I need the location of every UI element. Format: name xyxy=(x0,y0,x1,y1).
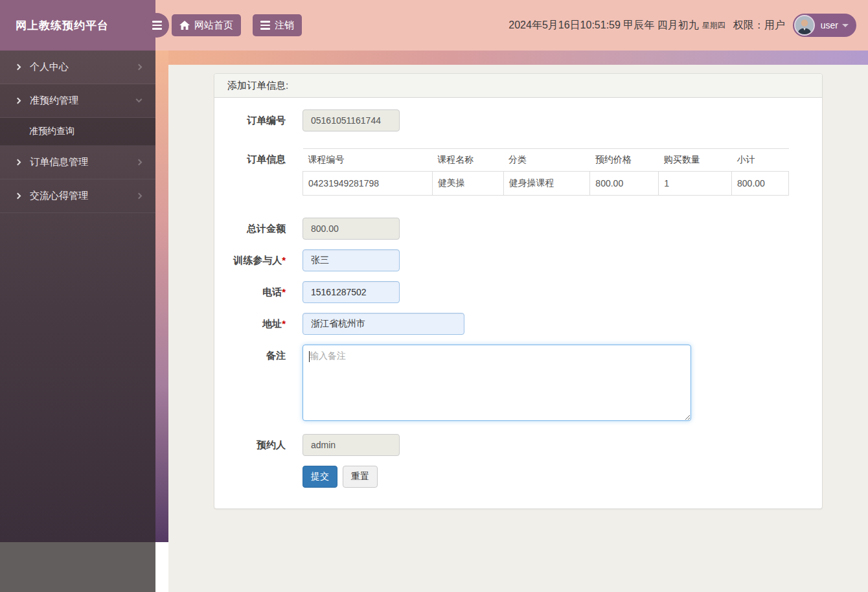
sidebar-item-personal-center[interactable]: 个人中心 xyxy=(0,51,155,84)
remark-label: 备注 xyxy=(214,345,286,424)
total-label: 总计金额 xyxy=(214,218,286,240)
sidebar-subitem-reservation-query[interactable]: 准预约查询 xyxy=(0,118,155,146)
sidebar-toggle-button[interactable] xyxy=(144,13,169,38)
role-value: 用户 xyxy=(764,19,785,30)
reset-button[interactable]: 重置 xyxy=(343,466,378,488)
order-no-field xyxy=(303,109,400,131)
table-row: 04231949281798 健美操 健身操课程 800.00 1 800.00 xyxy=(303,172,789,196)
add-order-panel: 添加订单信息: 订单编号 订单信息 xyxy=(214,73,823,509)
remark-textarea[interactable] xyxy=(303,345,691,421)
reserver-label: 预约人 xyxy=(214,434,286,456)
required-mark: * xyxy=(282,286,286,297)
col-price: 预约价格 xyxy=(590,149,659,172)
cell-category: 健身操课程 xyxy=(503,172,590,196)
cell-course-name: 健美操 xyxy=(432,172,503,196)
logout-button-label: 注销 xyxy=(275,19,294,32)
address-field[interactable] xyxy=(303,313,464,335)
sidebar-header: 网上教练预约平台 xyxy=(0,0,155,51)
submit-button[interactable]: 提交 xyxy=(303,466,337,488)
chevron-right-icon xyxy=(136,159,143,165)
chevron-right-icon xyxy=(136,63,143,70)
avatar xyxy=(794,15,815,36)
chevron-right-icon xyxy=(15,98,21,104)
topbar-info: 2024年5月16日10:51:59 甲辰年 四月初九 星期四 权限：用户 us… xyxy=(508,14,856,37)
cell-quantity: 1 xyxy=(659,172,732,196)
chevron-right-icon xyxy=(15,193,21,199)
sidebar: 个人中心 准预约管理 准预约查询 订单信息管理 交流心得管理 xyxy=(0,51,155,592)
order-info-label: 订单信息 xyxy=(214,148,286,196)
weekday-text: 星期四 xyxy=(702,20,725,31)
sidebar-item-label: 准预约管理 xyxy=(30,95,78,107)
app-title: 网上教练预约平台 xyxy=(16,18,109,33)
background-gradient-strip xyxy=(155,51,168,542)
participant-field[interactable] xyxy=(303,249,400,271)
user-menu[interactable]: user xyxy=(793,14,856,37)
hamburger-icon xyxy=(152,21,162,30)
text-cursor xyxy=(309,351,310,362)
sidebar-item-label: 交流心得管理 xyxy=(30,190,88,202)
chevron-down-icon xyxy=(842,24,849,27)
required-mark: * xyxy=(282,318,286,329)
home-button[interactable]: 网站首页 xyxy=(172,14,241,36)
role-text: 权限：用户 xyxy=(733,19,785,32)
sidebar-item-label: 个人中心 xyxy=(30,61,69,73)
col-category: 分类 xyxy=(503,149,590,172)
col-quantity: 购买数量 xyxy=(659,149,732,172)
chevron-right-icon xyxy=(136,192,143,199)
role-label: 权限： xyxy=(733,19,764,30)
chevron-right-icon xyxy=(15,159,21,166)
sidebar-subitem-label: 准预约查询 xyxy=(29,126,74,137)
sidebar-item-exchange-mgmt[interactable]: 交流心得管理 xyxy=(0,179,155,213)
cell-course-no: 04231949281798 xyxy=(303,172,433,196)
order-items-table: 课程编号 课程名称 分类 预约价格 购买数量 小计 04231949281798 xyxy=(303,148,789,196)
home-button-label: 网站首页 xyxy=(194,19,233,32)
main-content: 添加订单信息: 订单编号 订单信息 xyxy=(168,65,868,592)
table-header-row: 课程编号 课程名称 分类 预约价格 购买数量 小计 xyxy=(303,149,789,172)
reserver-field xyxy=(303,434,400,456)
cell-subtotal: 800.00 xyxy=(732,172,789,196)
phone-field[interactable] xyxy=(303,281,400,303)
home-icon xyxy=(179,21,190,30)
sidebar-item-reservation-mgmt[interactable]: 准预约管理 xyxy=(0,84,155,118)
address-label: 地址* xyxy=(214,313,286,335)
col-subtotal: 小计 xyxy=(732,149,789,172)
username-label: user xyxy=(821,20,838,30)
total-field xyxy=(303,218,400,240)
col-course-no: 课程编号 xyxy=(303,149,433,172)
topbar: 网站首页 注销 2024年5月16日10:51:59 甲辰年 四月初九 星期四 … xyxy=(155,0,868,51)
sidebar-item-label: 订单信息管理 xyxy=(30,156,88,168)
datetime-text: 2024年5月16日10:51:59 甲辰年 四月初九 xyxy=(508,19,698,32)
logout-button[interactable]: 注销 xyxy=(253,14,302,36)
chevron-right-icon xyxy=(15,64,21,71)
phone-label: 电话* xyxy=(214,281,286,303)
col-course-name: 课程名称 xyxy=(432,149,503,172)
order-no-label: 订单编号 xyxy=(214,109,286,131)
background-gradient-band xyxy=(168,51,868,65)
cell-price: 800.00 xyxy=(590,172,659,196)
list-icon xyxy=(260,21,270,30)
add-order-form: 订单编号 订单信息 课程编号 xyxy=(214,98,822,508)
required-mark: * xyxy=(282,255,286,266)
participant-label: 训练参与人* xyxy=(214,249,286,271)
panel-title: 添加订单信息: xyxy=(214,74,822,98)
sidebar-item-order-info-mgmt[interactable]: 订单信息管理 xyxy=(0,146,155,179)
chevron-down-icon xyxy=(136,96,143,102)
